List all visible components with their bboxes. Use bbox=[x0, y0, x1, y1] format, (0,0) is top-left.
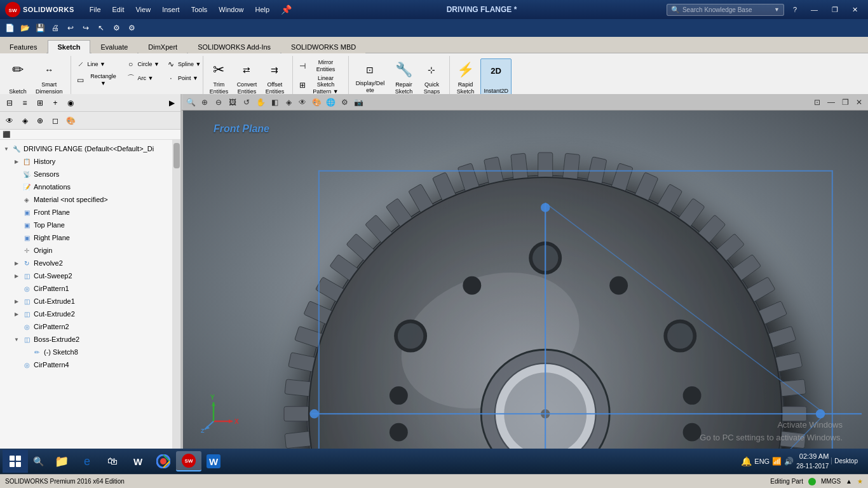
menu-help[interactable]: Help bbox=[250, 4, 275, 15]
smart-dimension-button[interactable]: ↔ SmartDimension bbox=[33, 58, 65, 97]
search-input[interactable] bbox=[682, 6, 771, 13]
rebuild-button[interactable]: ⚙ bbox=[109, 21, 123, 35]
display-style-btn[interactable]: ◈ bbox=[282, 96, 295, 109]
featuretree-btn[interactable]: ⊟ bbox=[3, 96, 17, 110]
menu-view[interactable]: View bbox=[130, 4, 156, 15]
3d-viewport[interactable]: 🔍 ⊕ ⊖ 🖼 ↺ ✋ ◧ ◈ 👁 🎨 🌐 ⚙ 📷 ⊡ — ❐ ✕ Front … bbox=[182, 94, 868, 469]
tree-item-annotations[interactable]: 📝 Annotations bbox=[0, 180, 181, 193]
more-btn[interactable]: ▶ bbox=[165, 96, 179, 110]
appearance-btn[interactable]: 🎨 bbox=[64, 114, 78, 128]
section-btn[interactable]: ◻ bbox=[48, 114, 62, 128]
taskbar-search[interactable]: 🔍 bbox=[28, 451, 49, 471]
zoom-out-btn[interactable]: ⊖ bbox=[212, 96, 225, 109]
tab-features[interactable]: Features bbox=[0, 40, 46, 53]
tree-scrollbar-thumb[interactable] bbox=[173, 143, 180, 168]
tree-item-cut-extrude1[interactable]: ▶ ◫ Cut-Extrude1 bbox=[0, 295, 181, 308]
3d-view-btn[interactable]: 🖼 bbox=[226, 96, 239, 109]
taskbar-word2[interactable]: W bbox=[201, 451, 226, 471]
tree-item-top-plane[interactable]: ▣ Top Plane bbox=[0, 219, 181, 231]
select-button[interactable]: ↖ bbox=[94, 21, 108, 35]
close-view-btn[interactable]: ✕ bbox=[853, 96, 865, 109]
close-button[interactable]: ✕ bbox=[847, 4, 863, 15]
system-clock[interactable]: 02:39 AM 28-11-2017 bbox=[796, 452, 829, 470]
mirror-entities-button[interactable]: ⊣ Mirror Entities bbox=[295, 58, 343, 74]
taskbar-ie[interactable]: e bbox=[74, 451, 100, 471]
help-icon[interactable]: ? bbox=[788, 4, 802, 15]
offset-entities-button[interactable]: ⇉ OffsetEntities bbox=[262, 58, 287, 97]
rapid-sketch-button[interactable]: ⚡ RapidSketch bbox=[452, 58, 478, 97]
menu-file[interactable]: File bbox=[85, 4, 106, 15]
menu-pin[interactable]: 📌 bbox=[276, 3, 297, 16]
tree-item-cirpattern4[interactable]: ◎ CirPattern4 bbox=[0, 358, 181, 371]
tree-item-history[interactable]: ▶ 📋 History bbox=[0, 155, 181, 168]
root-expand-icon[interactable]: ▼ bbox=[3, 145, 10, 152]
taskbar-store[interactable]: 🛍 bbox=[100, 451, 125, 471]
print-button[interactable]: 🖨 bbox=[48, 21, 62, 35]
screen-capture-btn[interactable]: 📷 bbox=[352, 96, 365, 109]
new-button[interactable]: 📄 bbox=[3, 21, 17, 35]
tab-evaluate[interactable]: Evaluate bbox=[92, 40, 138, 53]
boss-extrude2-expand[interactable]: ▼ bbox=[13, 336, 20, 343]
hide-show-btn[interactable]: 👁 bbox=[296, 96, 309, 109]
revolve2-expand[interactable]: ▶ bbox=[13, 259, 20, 267]
menu-tools[interactable]: Tools bbox=[186, 4, 213, 15]
point-button[interactable]: · Point ▼ bbox=[164, 72, 200, 84]
restore-view-btn[interactable]: ❐ bbox=[839, 96, 851, 109]
tree-item-boss-extrude2[interactable]: ▼ ◫ Boss-Extrude2 bbox=[0, 333, 181, 346]
repair-sketch-button[interactable]: 🔧 RepairSketch bbox=[391, 58, 416, 97]
configtree-btn[interactable]: ⊞ bbox=[33, 96, 47, 110]
xray-btn[interactable]: ⊕ bbox=[33, 114, 47, 128]
save-button[interactable]: 💾 bbox=[33, 21, 47, 35]
tree-root-item[interactable]: ▼ 🔧 DRIVING FLANGE (Default<<Default>_Di bbox=[0, 142, 181, 155]
taskbar-chrome[interactable] bbox=[151, 451, 176, 471]
tree-scrollbar[interactable] bbox=[172, 140, 181, 464]
displaytree-btn[interactable]: + bbox=[48, 96, 62, 110]
tree-item-cut-extrude2[interactable]: ▶ ◫ Cut-Extrude2 bbox=[0, 308, 181, 320]
isolate-btn[interactable]: ◈ bbox=[18, 114, 32, 128]
search-dropdown-icon[interactable]: ▼ bbox=[774, 6, 780, 13]
start-button[interactable] bbox=[3, 450, 28, 473]
zoom-in-btn[interactable]: ⊕ bbox=[198, 96, 211, 109]
history-expand-icon[interactable]: ▶ bbox=[13, 158, 20, 165]
taskbar-word[interactable]: W bbox=[125, 451, 151, 471]
tab-addins[interactable]: SOLIDWORKS Add-Ins bbox=[188, 40, 280, 53]
menu-insert[interactable]: Insert bbox=[157, 4, 185, 15]
section-view-btn[interactable]: ◧ bbox=[268, 96, 281, 109]
quick-snaps-button[interactable]: ⊹ QuickSnaps bbox=[419, 58, 444, 97]
desktop-button[interactable]: Desktop bbox=[831, 458, 860, 464]
network-icon[interactable]: 📶 bbox=[772, 457, 782, 466]
view-settings-btn[interactable]: ⚙ bbox=[338, 96, 351, 109]
restore-button[interactable]: ❐ bbox=[827, 4, 843, 15]
search-box[interactable]: 🔍 ▼ bbox=[667, 4, 784, 16]
minimize-view-btn[interactable]: — bbox=[825, 96, 837, 109]
minimize-button[interactable]: — bbox=[806, 4, 823, 15]
gear-canvas[interactable]: Front Plane bbox=[182, 111, 868, 469]
cut-sweep2-expand[interactable]: ▶ bbox=[13, 272, 20, 280]
cut-extrude1-expand[interactable]: ▶ bbox=[13, 297, 20, 305]
open-button[interactable]: 📂 bbox=[18, 21, 32, 35]
trim-entities-button[interactable]: ✂ TrimEntities bbox=[206, 58, 231, 97]
rotate-btn[interactable]: ↺ bbox=[240, 96, 253, 109]
taskbar-solidworks[interactable]: SW bbox=[176, 451, 201, 471]
tree-item-cirpattern2[interactable]: ◎ CirPattern2 bbox=[0, 320, 181, 333]
tree-item-cut-sweep2[interactable]: ▶ ◫ Cut-Sweep2 bbox=[0, 269, 181, 282]
circle-button[interactable]: ○ Circle ▼ bbox=[124, 58, 161, 70]
camtree-btn[interactable]: ◉ bbox=[64, 96, 78, 110]
cut-extrude2-expand[interactable]: ▶ bbox=[13, 310, 20, 318]
language-indicator[interactable]: ENG bbox=[754, 458, 770, 465]
tree-item-right-plane[interactable]: ▣ Right Plane bbox=[0, 231, 181, 244]
options-button[interactable]: ⚙ bbox=[125, 21, 139, 35]
units-dropdown[interactable]: ▲ bbox=[846, 478, 852, 485]
instant2d-button[interactable]: 2D Instant2D bbox=[480, 58, 512, 97]
undo-button[interactable]: ↩ bbox=[64, 21, 78, 35]
sidebar-splitter[interactable] bbox=[180, 94, 183, 469]
tree-item-origin[interactable]: ✛ Origin bbox=[0, 244, 181, 257]
zoom-to-fit-btn[interactable]: 🔍 bbox=[184, 96, 197, 109]
tree-item-sketch8[interactable]: ✏ (-) Sketch8 bbox=[0, 346, 181, 358]
sketch-button[interactable]: ✏ Sketch bbox=[5, 58, 31, 97]
tree-item-front-plane[interactable]: ▣ Front Plane bbox=[0, 206, 181, 219]
tab-mbd[interactable]: SOLIDWORKS MBD bbox=[281, 40, 365, 53]
tree-item-cirpattern1[interactable]: ◎ CirPattern1 bbox=[0, 282, 181, 295]
redo-button[interactable]: ↪ bbox=[79, 21, 93, 35]
tree-item-revolve2[interactable]: ▶ ↻ Revolve2 bbox=[0, 257, 181, 269]
